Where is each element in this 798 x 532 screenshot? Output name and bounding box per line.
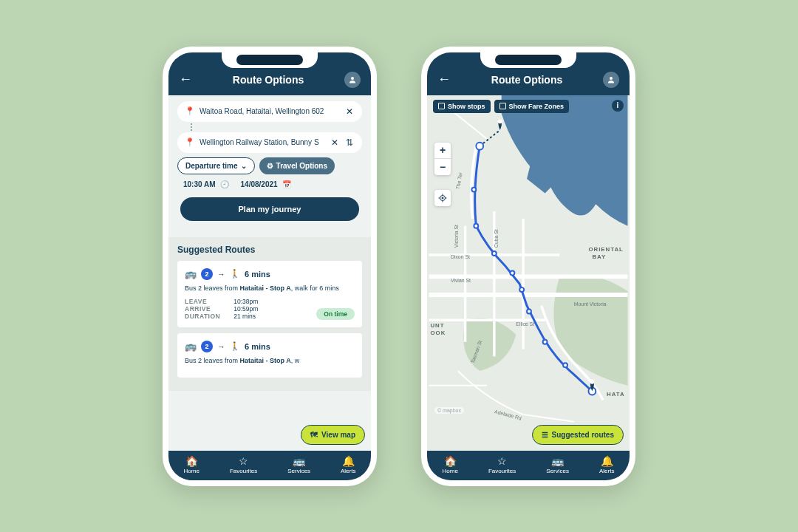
screen-left: ← Route Options 📍 Waitoa Road, Hataitai,… (168, 52, 371, 480)
show-stops-toggle[interactable]: Show stops (433, 100, 491, 113)
zoom-out-button[interactable]: − (434, 159, 451, 175)
bus-number-badge: 2 (201, 268, 213, 280)
sliders-icon: ⚙ (267, 162, 273, 170)
zoom-controls: + − (434, 143, 451, 175)
route-times: LEAVE ARRIVE DURATION 10:38pm 10:59pm 21… (185, 298, 355, 320)
nav-services[interactable]: 🚌Services (546, 455, 569, 474)
svg-text:Vivian St: Vivian St (451, 278, 471, 283)
svg-point-16 (543, 339, 548, 344)
show-fare-zones-toggle[interactable]: Show Fare Zones (494, 100, 570, 113)
svg-text:Ellice St: Ellice St (516, 321, 534, 327)
walk-duration: 6 mins (245, 342, 270, 351)
svg-text:Mount Victoria: Mount Victoria (574, 301, 607, 306)
suggested-routes-fab[interactable]: ☰ Suggested routes (532, 425, 624, 445)
walk-duration: 6 mins (245, 270, 270, 279)
clear-destination-button[interactable]: ✕ (330, 137, 340, 148)
svg-point-20 (590, 379, 594, 383)
times-labels: LEAVE ARRIVE DURATION (185, 298, 220, 320)
view-map-label: View map (321, 431, 355, 439)
walk-icon: 🚶 (230, 269, 240, 279)
date-picker[interactable]: 14/08/2021 📅 (241, 180, 291, 188)
location-pin-icon: 📍 (185, 106, 195, 116)
svg-point-0 (351, 77, 354, 80)
svg-point-19 (498, 119, 502, 123)
profile-button[interactable] (603, 72, 619, 88)
phone-left: ← Route Options 📍 Waitoa Road, Hataitai,… (163, 47, 377, 486)
view-map-fab[interactable]: 🗺 View map (301, 425, 365, 445)
bell-icon: 🔔 (341, 455, 355, 467)
map-canvas: PIPITEA ORIENTALBAY Mount Victoria UNTOO… (427, 95, 630, 451)
route-inputs-panel: 📍 Waitoa Road, Hataitai, Wellington 602 … (168, 95, 371, 227)
back-button[interactable]: ← (437, 72, 451, 87)
map-icon: 🗺 (310, 431, 318, 439)
svg-point-1 (610, 77, 613, 80)
route-summary: 🚌 2 → 🚶 6 mins (185, 341, 355, 352)
arrow-right-icon: → (217, 270, 225, 279)
travel-options-button[interactable]: ⚙ Travel Options (259, 157, 335, 174)
screen-right: ← Route Options Show stops Show Fare Zon… (427, 52, 630, 480)
map-layer-chips: Show stops Show Fare Zones (433, 100, 569, 113)
time-value: 10:30 AM (183, 180, 216, 188)
svg-point-13 (510, 270, 514, 275)
swap-button[interactable]: ⇅ (344, 137, 355, 148)
bus-icon: 🚌 (546, 455, 569, 467)
bus-number-badge: 2 (201, 341, 213, 352)
time-picker[interactable]: 10:30 AM 🕘 (183, 180, 229, 188)
svg-text:UNTOOK: UNTOOK (430, 322, 446, 336)
person-icon (348, 75, 357, 84)
phone-notch (222, 52, 318, 68)
location-pin-icon: 📍 (185, 137, 195, 147)
bottom-nav: 🏠Home ☆Favourites 🚌Services 🔔Alerts (168, 451, 371, 480)
nav-services[interactable]: 🚌Services (287, 455, 310, 474)
walk-icon: 🚶 (230, 341, 240, 351)
nav-home[interactable]: 🏠Home (184, 455, 200, 474)
clear-origin-button[interactable]: ✕ (344, 106, 355, 117)
back-button[interactable]: ← (179, 72, 192, 87)
checkbox-icon (438, 103, 445, 109)
route-card[interactable]: 🚌 2 → 🚶 6 mins Bus 2 leaves from Hataita… (177, 261, 362, 327)
nav-alerts[interactable]: 🔔Alerts (341, 455, 355, 474)
chevron-down-icon: ⌄ (241, 162, 247, 170)
route-description: Bus 2 leaves from Hataitai - Stop A, wal… (185, 284, 355, 292)
svg-text:Victoria St: Victoria St (454, 224, 459, 247)
nav-alerts[interactable]: 🔔Alerts (599, 455, 614, 474)
bus-icon: 🚌 (185, 341, 197, 352)
svg-point-12 (492, 251, 497, 256)
calendar-icon: 📅 (282, 180, 291, 188)
svg-point-3 (442, 197, 443, 199)
bottom-nav: 🏠Home ☆Favourites 🚌Services 🔔Alerts (427, 451, 630, 480)
svg-point-9 (476, 142, 483, 149)
times-values: 10:38pm 10:59pm 21 mins (233, 298, 258, 320)
nav-favourites[interactable]: ☆Favourites (488, 455, 516, 474)
date-value: 14/08/2021 (241, 180, 278, 188)
map-info-button[interactable]: i (612, 100, 624, 112)
page-title: Route Options (457, 74, 597, 86)
route-card[interactable]: 🚌 2 → 🚶 6 mins Bus 2 leaves from Hataita… (177, 333, 362, 378)
options-row: Departure time ⌄ ⚙ Travel Options (177, 157, 362, 174)
home-icon: 🏠 (184, 455, 200, 467)
list-icon: ☰ (542, 431, 548, 439)
svg-text:HATA: HATA (607, 391, 625, 398)
phone-right: ← Route Options Show stops Show Fare Zon… (421, 47, 635, 486)
plan-journey-button[interactable]: Plan my journey (180, 197, 359, 221)
nav-home[interactable]: 🏠Home (443, 455, 458, 474)
origin-input[interactable]: 📍 Waitoa Road, Hataitai, Wellington 602 … (177, 101, 362, 122)
route-description: Bus 2 leaves from Hataitai - Stop A, w (185, 357, 355, 364)
page-title: Route Options (198, 74, 338, 86)
map-view[interactable]: Show stops Show Fare Zones i + − (427, 95, 630, 451)
zoom-in-button[interactable]: + (434, 143, 451, 159)
suggested-routes-label: Suggested routes (552, 431, 614, 439)
locate-me-button[interactable] (434, 190, 451, 206)
destination-text: Wellington Railway Station, Bunny S (200, 138, 325, 146)
nav-favourites[interactable]: ☆Favourites (230, 455, 257, 474)
departure-time-dropdown[interactable]: Departure time ⌄ (177, 157, 255, 174)
route-summary: 🚌 2 → 🚶 6 mins (185, 268, 355, 280)
destination-input[interactable]: 📍 Wellington Railway Station, Bunny S ✕ … (177, 132, 362, 153)
profile-button[interactable] (344, 72, 361, 88)
svg-point-15 (527, 309, 531, 313)
input-connector (191, 123, 362, 131)
svg-point-10 (471, 187, 476, 191)
home-icon: 🏠 (443, 455, 458, 467)
origin-text: Waitoa Road, Hataitai, Wellington 602 (200, 107, 340, 115)
bus-icon: 🚌 (287, 455, 310, 467)
